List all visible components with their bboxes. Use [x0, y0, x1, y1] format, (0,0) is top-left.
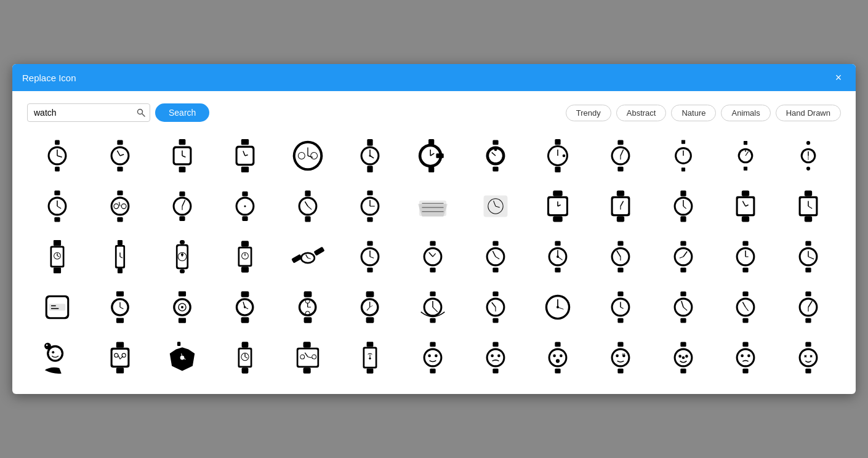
icon-watch-14[interactable]: [27, 182, 87, 230]
svg-rect-91: [180, 191, 185, 196]
icon-watch-36[interactable]: [590, 233, 651, 281]
icon-watch-58[interactable]: [340, 334, 400, 382]
icon-watch-15[interactable]: [90, 182, 150, 230]
icon-watch-39[interactable]: [778, 233, 838, 281]
icon-watch-45[interactable]: [340, 283, 400, 331]
icon-watch-33[interactable]: [403, 233, 463, 281]
icon-watch-4[interactable]: [215, 132, 275, 180]
icon-watch-28[interactable]: [90, 233, 150, 281]
icon-watch-43[interactable]: [215, 283, 275, 331]
icon-watch-32[interactable]: [340, 233, 400, 281]
icon-watch-44[interactable]: [278, 283, 338, 331]
icon-watch-34[interactable]: [465, 233, 526, 281]
search-input[interactable]: [27, 103, 150, 122]
icon-watch-49[interactable]: [590, 283, 651, 331]
icon-watch-19[interactable]: [340, 182, 400, 230]
filter-abstract[interactable]: Abstract: [616, 105, 667, 121]
filter-animals[interactable]: Animals: [721, 105, 770, 121]
icon-watch-1[interactable]: [27, 132, 87, 180]
svg-rect-359: [492, 369, 498, 374]
icon-watch-17[interactable]: [215, 182, 275, 230]
svg-rect-252: [241, 317, 249, 323]
icon-watch-54[interactable]: [90, 334, 150, 382]
svg-rect-245: [179, 318, 186, 323]
icon-watch-57[interactable]: [278, 334, 338, 382]
icon-watch-3[interactable]: [152, 132, 212, 180]
icon-watch-38[interactable]: [716, 233, 776, 281]
icon-watch-61[interactable]: [528, 334, 589, 382]
search-magnifier-icon[interactable]: [137, 108, 145, 117]
svg-rect-296: [680, 292, 686, 297]
icon-watch-40[interactable]: [27, 283, 87, 331]
svg-line-1: [142, 114, 145, 116]
icon-watch-23[interactable]: [590, 182, 651, 230]
modal-title: Replace Icon: [22, 73, 76, 83]
icon-watch-41[interactable]: [90, 283, 150, 331]
icon-watch-47[interactable]: [465, 283, 526, 331]
icon-watch-9[interactable]: [528, 132, 589, 180]
icon-watch-10[interactable]: [590, 132, 651, 180]
icon-watch-62[interactable]: zz: [590, 334, 651, 382]
icon-watch-18[interactable]: [278, 182, 338, 230]
svg-rect-8: [117, 140, 123, 145]
svg-rect-215: [680, 241, 686, 246]
icon-watch-29[interactable]: [152, 233, 212, 281]
icon-watch-24[interactable]: [653, 182, 713, 230]
icon-watch-53[interactable]: [27, 334, 87, 382]
icon-watch-30[interactable]: [215, 233, 275, 281]
svg-rect-15: [179, 167, 186, 172]
icon-watch-48[interactable]: [528, 283, 589, 331]
svg-rect-44: [492, 167, 498, 172]
icon-watch-16[interactable]: [152, 182, 212, 230]
icon-watch-63[interactable]: [653, 334, 713, 382]
icon-watch-51[interactable]: [716, 283, 776, 331]
icon-watch-20[interactable]: [403, 182, 463, 230]
svg-point-317: [44, 343, 51, 350]
svg-point-367: [550, 350, 566, 366]
icon-watch-65[interactable]: [778, 334, 838, 382]
icon-watch-56[interactable]: [215, 334, 275, 382]
filter-nature[interactable]: Nature: [671, 105, 716, 121]
svg-rect-55: [617, 140, 623, 145]
svg-rect-227: [806, 241, 811, 246]
icon-watch-50[interactable]: [653, 283, 713, 331]
icon-watch-25[interactable]: [716, 182, 776, 230]
svg-rect-141: [742, 216, 749, 222]
icon-watch-22[interactable]: [528, 182, 589, 230]
icon-watch-5[interactable]: [278, 132, 338, 180]
icon-watch-6[interactable]: [340, 132, 400, 180]
icon-watch-55[interactable]: [152, 334, 212, 382]
icon-watch-11[interactable]: [653, 132, 713, 180]
icon-watch-42[interactable]: [152, 283, 212, 331]
svg-rect-365: [555, 369, 561, 374]
icon-watch-8[interactable]: [465, 132, 526, 180]
icon-watch-64[interactable]: [716, 334, 776, 382]
icon-watch-12[interactable]: [716, 132, 776, 180]
svg-rect-78: [54, 191, 60, 196]
icon-watch-31[interactable]: [278, 233, 338, 281]
svg-text:zz: zz: [622, 352, 625, 356]
icon-watch-52[interactable]: [778, 283, 838, 331]
icon-watch-37[interactable]: [653, 233, 713, 281]
svg-rect-153: [54, 268, 61, 273]
icon-watch-2[interactable]: [90, 132, 150, 180]
svg-rect-73: [806, 167, 810, 171]
icon-watch-13[interactable]: [778, 132, 838, 180]
svg-rect-290: [617, 292, 623, 297]
icon-watch-26[interactable]: [778, 182, 838, 230]
icon-watch-7[interactable]: [403, 132, 463, 180]
svg-rect-391: [806, 342, 811, 347]
icon-watch-35[interactable]: [528, 233, 589, 281]
icon-watch-46[interactable]: [403, 283, 463, 331]
icon-watch-21[interactable]: [465, 182, 526, 230]
icon-watch-60[interactable]: [465, 334, 526, 382]
filter-trendy[interactable]: Trendy: [566, 105, 611, 121]
svg-rect-378: [680, 342, 686, 347]
filter-hand-drawn[interactable]: Hand Drawn: [776, 105, 841, 121]
svg-rect-85: [117, 217, 123, 222]
svg-rect-352: [430, 342, 435, 347]
search-button[interactable]: Search: [155, 103, 209, 122]
icon-watch-27[interactable]: [27, 233, 87, 281]
close-button[interactable]: ×: [831, 70, 846, 85]
icon-watch-59[interactable]: [403, 334, 463, 382]
